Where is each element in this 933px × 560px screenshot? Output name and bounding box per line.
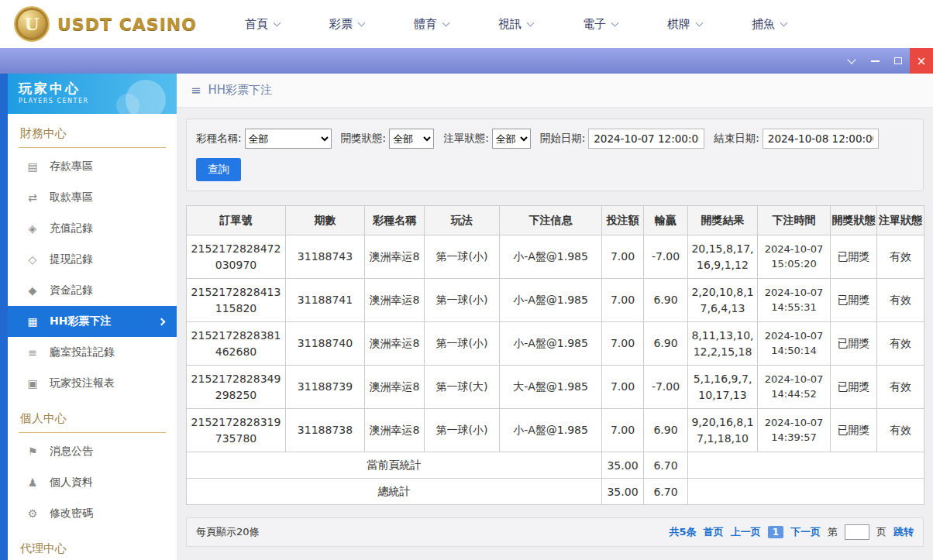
bell-icon: ⚑ xyxy=(26,445,39,458)
sidebar-item-funds-record[interactable]: ◆資金記錄 xyxy=(8,275,177,306)
header-win-loss: 輸贏 xyxy=(644,206,688,235)
minimize-button[interactable] xyxy=(863,48,887,74)
cell-play-type: 第一球(小) xyxy=(425,322,500,366)
cell-draw-result: 5,1,16,9,7,10,17,13 xyxy=(688,366,758,409)
header-bet-info: 下注信息 xyxy=(500,206,602,235)
table-row: 2152172828381462680 31188740 澳洲幸运8 第一球(小… xyxy=(187,322,924,366)
order-status-label: 注單狀態: xyxy=(443,132,489,146)
page-total-empty xyxy=(688,452,924,479)
chevron-right-icon xyxy=(158,318,166,325)
cell-bet-info: 大-A盤@1.985 xyxy=(500,366,602,409)
cell-draw-result: 9,20,16,8,17,1,18,10 xyxy=(688,409,758,452)
cell-win-loss: 6.90 xyxy=(644,322,688,366)
cell-draw-status: 已開獎 xyxy=(831,322,877,366)
logo[interactable]: U USDT CASINO xyxy=(14,6,197,42)
menu-icon[interactable]: ≡ xyxy=(191,83,201,98)
cell-bet-amount: 7.00 xyxy=(602,409,644,452)
table-row: 2152172828319735780 31188738 澳洲幸运8 第一球(小… xyxy=(187,409,924,452)
cell-issue: 31188740 xyxy=(286,322,365,366)
sidebar-item-hall-bet-record[interactable]: ≡廳室投註記錄 xyxy=(8,337,177,368)
cell-issue: 31188739 xyxy=(286,366,365,409)
cell-order-status: 有效 xyxy=(877,409,924,452)
nav-item-fishing[interactable]: 捕魚 xyxy=(752,17,787,32)
cell-bet-amount: 7.00 xyxy=(602,366,644,409)
maximize-button[interactable] xyxy=(887,48,910,74)
cell-draw-status: 已開獎 xyxy=(831,235,877,279)
sidebar-item-withdrawal[interactable]: ⇄取款專區 xyxy=(8,182,177,213)
sidebar-item-hh-lottery-bet[interactable]: ▦HH彩票下注 xyxy=(8,306,177,337)
maximize-icon xyxy=(894,57,902,64)
logo-text: USDT CASINO xyxy=(57,15,197,34)
page-label: 第 xyxy=(828,525,838,539)
jump-link[interactable]: 跳转 xyxy=(893,525,914,539)
cell-bet-time: 2024-10-07 14:55:31 xyxy=(758,279,831,322)
start-date-input[interactable] xyxy=(588,129,704,149)
cell-draw-result: 20,15,8,17,16,9,1,12 xyxy=(688,235,758,279)
sidebar-item-change-password[interactable]: ⚙修改密碼 xyxy=(8,498,177,529)
table-row: 2152172828413115820 31188741 澳洲幸运8 第一球(小… xyxy=(187,279,924,322)
nav-item-sports[interactable]: 體育 xyxy=(414,17,449,32)
page-title: HH彩票下注 xyxy=(208,83,272,98)
nav-item-chess[interactable]: 棋牌 xyxy=(667,17,702,32)
order-status-select[interactable]: 全部 xyxy=(492,129,531,149)
bet-records-table: 訂單號 期數 彩種名稱 玩法 下注信息 投注額 輸贏 開獎結果 下注時間 開獎狀… xyxy=(186,205,924,505)
current-page[interactable]: 1 xyxy=(768,526,783,538)
chevron-down-icon xyxy=(442,19,450,26)
chevron-down-icon xyxy=(696,19,704,26)
next-page-link[interactable]: 下一页 xyxy=(790,525,821,539)
table-row: 2152172828472030970 31188743 澳洲幸运8 第一球(小… xyxy=(187,235,924,279)
cell-win-loss: -7.00 xyxy=(644,366,688,409)
header-draw-result: 開獎結果 xyxy=(688,206,758,235)
cell-bet-info: 小-A盤@1.985 xyxy=(500,235,602,279)
cell-order-status: 有效 xyxy=(877,279,924,322)
page-suffix: 页 xyxy=(876,525,887,539)
cell-lottery-name: 澳洲幸运8 xyxy=(365,322,425,366)
nav-item-video[interactable]: 視訊 xyxy=(498,17,533,32)
chevron-down-icon xyxy=(527,19,535,26)
deposit-icon: ▤ xyxy=(26,160,39,173)
sidebar-item-withdraw-record[interactable]: ◇提現記錄 xyxy=(8,244,177,275)
grand-total-bet: 35.00 xyxy=(602,479,644,505)
logo-coin-icon: U xyxy=(14,6,50,42)
page-jump-input[interactable] xyxy=(845,524,869,540)
user-icon: ♟ xyxy=(26,476,39,489)
end-date-input[interactable] xyxy=(763,129,879,149)
main-content: ≡ HH彩票下注 彩種名稱: 全部 開獎狀態: 全部 注單狀態: 全部 開始日期… xyxy=(177,74,933,560)
cell-bet-info: 小-A盤@1.985 xyxy=(500,322,602,366)
cell-draw-status: 已開獎 xyxy=(831,366,877,409)
funds-icon: ◆ xyxy=(26,284,39,297)
sidebar: 玩家中心 PLAYERS CENTER 財務中心 ▤存款專區 ⇄取款專區 ◈充值… xyxy=(8,74,177,560)
sidebar-item-announcements[interactable]: ⚑消息公告 xyxy=(8,436,177,467)
header-bet-amount: 投注額 xyxy=(602,206,644,235)
page-total-row: 當前頁統計 35.00 6.70 xyxy=(187,452,924,479)
header-issue: 期數 xyxy=(286,206,365,235)
window-menu-button[interactable] xyxy=(840,48,863,74)
sidebar-item-deposit[interactable]: ▤存款專區 xyxy=(8,151,177,182)
prev-page-link[interactable]: 上一页 xyxy=(731,525,761,539)
page-total-label: 當前頁統計 xyxy=(187,452,602,479)
nav-item-home[interactable]: 首頁 xyxy=(245,17,280,32)
first-page-link[interactable]: 首页 xyxy=(704,525,724,539)
sidebar-item-recharge-record[interactable]: ◈充值記錄 xyxy=(8,213,177,244)
lottery-name-select[interactable]: 全部 xyxy=(245,129,332,149)
chevron-down-icon xyxy=(274,19,281,26)
report-icon: ▣ xyxy=(26,377,39,390)
window-titlebar: × xyxy=(0,48,933,74)
cell-lottery-name: 澳洲幸运8 xyxy=(365,235,425,279)
cell-bet-info: 小-A盤@1.985 xyxy=(500,279,602,322)
nav-item-lottery[interactable]: 彩票 xyxy=(329,17,364,32)
nav-item-electronic[interactable]: 電子 xyxy=(583,17,618,32)
cell-order-no: 2152172828349298250 xyxy=(187,366,286,409)
sidebar-item-player-bet-report[interactable]: ▣玩家投注報表 xyxy=(8,368,177,399)
close-button[interactable]: × xyxy=(910,48,933,74)
cell-lottery-name: 澳洲幸运8 xyxy=(365,279,425,322)
cell-order-no: 2152172828472030970 xyxy=(187,235,286,279)
gear-icon: ⚙ xyxy=(26,507,39,520)
section-finance: 財務中心 xyxy=(19,123,166,148)
chevron-down-icon xyxy=(780,19,788,26)
header-order-status: 注單狀態 xyxy=(877,206,924,235)
draw-status-select[interactable]: 全部 xyxy=(389,129,434,149)
sidebar-item-profile[interactable]: ♟個人資料 xyxy=(8,467,177,498)
cell-bet-amount: 7.00 xyxy=(602,235,644,279)
search-button[interactable]: 查詢 xyxy=(196,158,241,181)
